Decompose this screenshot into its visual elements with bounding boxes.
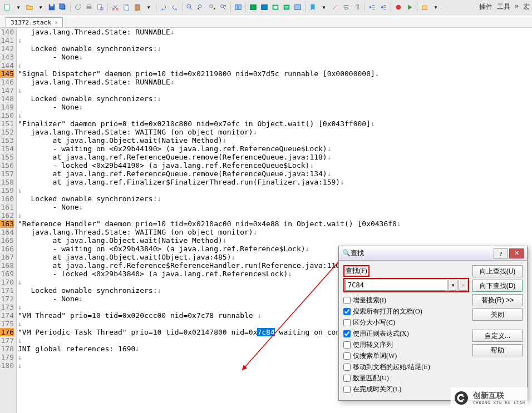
code-line: at java.lang.ref.ReferenceQueue.remove(R… <box>18 153 532 161</box>
find-down-button[interactable]: 向下查找(D) <box>472 280 523 292</box>
dropdown-icon[interactable]: ▾ <box>431 2 441 12</box>
search-icon[interactable] <box>185 2 195 12</box>
line-gutter: 1401411421431441451461471481491501511521… <box>0 28 17 413</box>
chk-closedone[interactable]: 在完成时关闭(L) <box>343 385 469 394</box>
chk-count[interactable]: 数量匹配(U) <box>343 374 469 383</box>
window-icon[interactable] <box>248 2 258 12</box>
code-line: java.lang.Thread.State: RUNNABLE <box>18 78 532 86</box>
paragraph-icon[interactable] <box>352 2 362 12</box>
window5-icon[interactable] <box>293 2 303 12</box>
svg-point-17 <box>210 4 213 7</box>
save-all-icon[interactable] <box>58 2 68 12</box>
chk-escape[interactable]: 使用转义序列 <box>343 340 469 350</box>
code-line: - waiting on <0x29b44190> (a java.lang.r… <box>18 145 532 153</box>
refresh-icon[interactable] <box>73 2 83 12</box>
redo-icon[interactable] <box>170 2 180 12</box>
undo-icon[interactable] <box>159 2 169 12</box>
svg-rect-0 <box>5 4 9 10</box>
svg-point-16 <box>199 4 201 7</box>
svg-point-15 <box>187 4 191 8</box>
indent-in-icon[interactable] <box>378 2 388 12</box>
bookmark-icon[interactable] <box>308 2 318 12</box>
close-icon[interactable]: ✕ <box>509 248 524 258</box>
find-input[interactable] <box>345 280 447 291</box>
copy-icon[interactable] <box>121 2 131 12</box>
tab-close-icon[interactable]: × <box>55 19 58 26</box>
tab-label: 31372.stack <box>11 19 51 26</box>
file-tab[interactable]: 31372.stack × <box>6 17 63 27</box>
code-line: java.lang.Thread.State: RUNNABLE <box>18 28 532 36</box>
find-next-icon[interactable] <box>207 2 217 12</box>
dropdown-icon[interactable]: ▾ <box>13 2 23 12</box>
main-toolbar: ▾ ▾ ▾ ▾ ▾ 插件 工具 » 宏 <box>0 0 532 14</box>
help-button[interactable]: 帮助 <box>472 344 523 356</box>
svg-rect-5 <box>87 6 92 8</box>
code-line: Locked ownable synchronizers: <box>18 44 532 53</box>
menu-expand[interactable]: » <box>515 2 519 12</box>
code-line <box>18 211 532 220</box>
code-line <box>18 36 532 44</box>
chk-increment[interactable]: 增量搜索(I) <box>343 296 469 305</box>
find-dialog: 🔍 查找 ? ✕ 查找(F) ▾ > 增量搜索(I) 搜索所有打开的文档(O) … <box>338 246 528 401</box>
compare-icon[interactable] <box>233 2 243 12</box>
replace-button[interactable]: 替换(R) >> <box>472 294 523 306</box>
window3-icon[interactable] <box>270 2 280 12</box>
find-prev-icon[interactable] <box>196 2 206 12</box>
watermark-logo: 创新互联 CHUANG XIN HU LIAN <box>451 387 528 409</box>
search-icon: 🔍 <box>342 249 351 257</box>
window4-icon[interactable] <box>282 2 292 12</box>
code-line <box>18 61 532 69</box>
find-label: 查找(F) <box>343 265 370 277</box>
code-line <box>18 111 532 120</box>
window2-icon[interactable] <box>259 2 269 12</box>
wrap-icon[interactable] <box>341 2 351 12</box>
history-icon[interactable]: > <box>459 280 467 291</box>
code-line: Locked ownable synchronizers: <box>18 94 532 103</box>
menu-tools[interactable]: 工具 <box>497 2 510 12</box>
chk-regex[interactable]: 使用正则表达式(X) <box>343 329 469 339</box>
dropdown-icon[interactable]: ▾ <box>449 280 457 291</box>
save-icon[interactable] <box>47 2 57 12</box>
chk-move[interactable]: 移动到文档的起始/结尾(E) <box>343 362 469 372</box>
close-button[interactable]: 关闭 <box>472 308 523 321</box>
replace-icon[interactable] <box>218 2 228 12</box>
code-line: - None <box>18 203 532 211</box>
menu-plugins[interactable]: 插件 <box>479 2 492 12</box>
dialog-titlebar[interactable]: 🔍 查找 ? ✕ <box>339 246 527 261</box>
open-icon[interactable] <box>24 2 35 12</box>
find-up-button[interactable]: 向上查找(U) <box>472 265 523 277</box>
svg-rect-26 <box>295 4 301 9</box>
svg-rect-14 <box>136 4 139 6</box>
menu-macro[interactable]: 宏 <box>523 2 530 12</box>
code-line: "Reference Handler" daemon prio=10 tid=0… <box>18 220 532 228</box>
svg-rect-20 <box>239 4 241 9</box>
svg-point-27 <box>396 4 401 9</box>
wand-icon[interactable] <box>330 2 340 12</box>
record-icon[interactable] <box>393 2 403 12</box>
svg-rect-4 <box>60 3 65 8</box>
new-file-icon[interactable] <box>2 2 12 12</box>
print-icon[interactable] <box>84 2 94 12</box>
indent-out-icon[interactable] <box>367 2 377 12</box>
print-preview-icon[interactable] <box>95 2 105 12</box>
svg-rect-28 <box>422 6 427 9</box>
code-line: at java.lang.ref.ReferenceQueue.remove(R… <box>18 170 532 178</box>
logo-py: CHUANG XIN HU LIAN <box>473 401 525 405</box>
custom-button[interactable]: 自定义... <box>472 330 523 342</box>
code-line: Locked ownable synchronizers: <box>18 195 532 203</box>
dialog-title: 查找 <box>351 248 494 258</box>
dropdown-icon[interactable]: ▾ <box>144 2 154 12</box>
code-line <box>18 86 532 94</box>
dropdown-icon[interactable]: ▾ <box>319 2 329 12</box>
svg-rect-22 <box>262 4 268 9</box>
paste-icon[interactable] <box>132 2 142 12</box>
help-button-icon[interactable]: ? <box>494 248 508 258</box>
play-icon[interactable] <box>405 2 415 12</box>
dropdown-icon[interactable]: ▾ <box>36 2 46 12</box>
chk-allopen[interactable]: 搜索所有打开的文档(O) <box>343 307 469 316</box>
cut-icon[interactable] <box>110 2 120 12</box>
code-line: at java.lang.ref.Finalizer$FinalizerThre… <box>18 178 532 186</box>
config-icon[interactable] <box>420 2 430 12</box>
chk-whole[interactable]: 仅搜索单词(W) <box>343 351 469 361</box>
chk-case[interactable]: 区分大小写(C) <box>343 318 469 327</box>
